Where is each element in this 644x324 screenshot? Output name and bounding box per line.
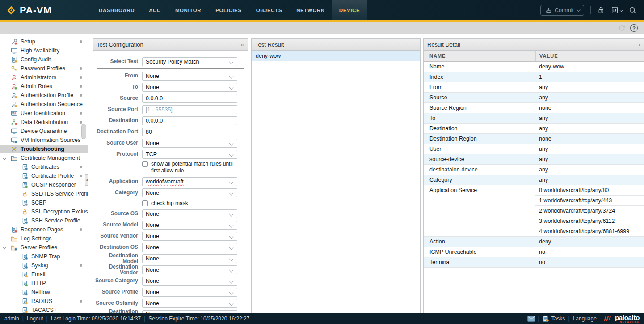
ssl-decryption-exclusion-icon	[21, 209, 29, 215]
category-select[interactable]: None	[142, 188, 237, 197]
form-row-destination-model: Destination ModelNone	[93, 253, 248, 264]
sidebar-item-certificates[interactable]: Certificates	[0, 162, 88, 171]
sidebar-item-ocsp-responder[interactable]: OCSP Responder	[0, 180, 88, 189]
sidebar-item-high-availability[interactable]: High Availability	[0, 46, 88, 55]
source-model-select[interactable]: None	[142, 221, 237, 230]
destination-vendor-select[interactable]: None	[142, 265, 237, 274]
detail-name: ICMP Unreachable	[424, 247, 535, 257]
source-input[interactable]	[142, 94, 237, 103]
nav-tab-acc[interactable]: ACC	[142, 0, 168, 20]
logout-link[interactable]: Logout	[27, 315, 43, 322]
test-result-row-deny-wow[interactable]: deny-wow	[252, 51, 420, 61]
nav-tab-device[interactable]: DEVICE	[332, 0, 367, 20]
application-select[interactable]: worldofwarcraft	[142, 177, 237, 186]
messages-icon[interactable]	[527, 316, 535, 322]
sidebar-item-admin-roles[interactable]: Admin Roles	[0, 82, 88, 91]
sidebar-item-certificate-profile[interactable]: Certificate Profile	[0, 171, 88, 180]
to-label: To	[93, 84, 142, 90]
sidebar-item-vm-information-sources[interactable]: VM Information Sources	[0, 136, 88, 145]
expand-chevron-icon[interactable]	[3, 156, 6, 160]
selected-value: None	[146, 211, 159, 217]
sidebar-scrollbar-thumb[interactable]	[81, 124, 86, 139]
refresh-icon[interactable]	[618, 24, 626, 32]
sidebar-item-tacacs[interactable]: TACACS+	[0, 306, 88, 313]
sidebar-item-device-quarantine[interactable]: Device Quarantine	[0, 127, 88, 136]
detail-value: any	[535, 144, 644, 154]
sidebar-collapse-handle[interactable]: ◄	[85, 174, 88, 186]
form-row-category: CategoryNone	[93, 187, 248, 198]
commit-button[interactable]: Commit	[540, 5, 584, 16]
sidebar-item-authentication-profile[interactable]: Authentication Profile	[0, 91, 88, 100]
help-icon[interactable]: ?	[630, 24, 638, 32]
sidebar-item-administrators[interactable]: Administrators	[0, 73, 88, 82]
search-icon[interactable]	[629, 6, 637, 14]
form-row-check-hip-mask: check hip mask	[93, 198, 248, 208]
lock-open-icon[interactable]	[597, 6, 605, 14]
sidebar-item-netflow[interactable]: Netflow	[0, 288, 88, 297]
sidebar-item-ssl-decryption-exclusion[interactable]: SSL Decryption Exclusion	[0, 207, 88, 216]
item-status-dot	[80, 228, 82, 231]
source-osfamily-select[interactable]: None	[142, 299, 237, 308]
source-os-select[interactable]: None	[142, 209, 237, 218]
tasks-icon[interactable]	[543, 315, 549, 322]
collapse-panel-icon[interactable]: «	[241, 41, 244, 48]
sidebar-item-authentication-sequence[interactable]: Authentication Sequence	[0, 100, 88, 109]
form-row-destination: Destination	[93, 115, 248, 126]
nav-tab-dashboard[interactable]: DASHBOARD	[92, 0, 142, 20]
sidebar-item-ssl-tls-service-profile[interactable]: SSL/TLS Service Profile	[0, 189, 88, 198]
source-port-label: Source Port	[93, 107, 142, 112]
response-pages-icon	[11, 226, 18, 233]
destination-category-select[interactable]: None	[142, 310, 237, 313]
form-row-show-all-potential-match-rules: show all potential match rules until fir…	[93, 160, 248, 176]
source-port-input[interactable]	[142, 105, 237, 114]
nav-tab-policies[interactable]: POLICIES	[208, 0, 248, 20]
select-test-select[interactable]: Security Policy Match	[142, 57, 237, 66]
nav-tab-monitor[interactable]: MONITOR	[168, 0, 208, 20]
sidebar-item-config-audit[interactable]: Config Audit	[0, 55, 88, 64]
sidebar-item-setup[interactable]: Setup	[0, 37, 88, 46]
sidebar-item-troubleshooting[interactable]: Troubleshooting	[0, 145, 88, 153]
to-select[interactable]: None	[142, 83, 237, 92]
form-row-source-model: Source ModelNone	[93, 219, 248, 230]
source-vendor-select[interactable]: None	[142, 232, 237, 241]
expand-chevron-icon[interactable]	[3, 246, 6, 249]
sidebar-item-radius[interactable]: RADIUS	[0, 297, 88, 306]
sidebar-item-user-identification[interactable]: User Identification	[0, 109, 88, 118]
form-row-source-os: Source OSNone	[93, 208, 248, 219]
sidebar-item-syslog[interactable]: Syslog	[0, 261, 88, 270]
sidebar-item-ssh-service-profile[interactable]: SSH Service Profile	[0, 216, 88, 225]
sidebar-item-server-profiles[interactable]: Server Profiles	[0, 243, 88, 252]
sidebar-item-label: User Identification	[21, 110, 65, 116]
form-divider	[97, 68, 244, 69]
source-category-select[interactable]: None	[142, 277, 237, 286]
sidebar-item-password-profiles[interactable]: Password Profiles	[0, 64, 88, 73]
source-user-select[interactable]: None	[142, 139, 237, 148]
sidebar-item-log-settings[interactable]: Log Settings	[0, 234, 88, 243]
sidebar-item-scep[interactable]: SCEP	[0, 198, 88, 207]
sidebar-item-response-pages[interactable]: Response Pages	[0, 225, 88, 234]
protocol-select[interactable]: TCP	[142, 150, 237, 159]
tasks-link[interactable]: Tasks	[551, 315, 565, 322]
certificate-management-icon	[11, 155, 18, 162]
destination-os-select[interactable]: None	[142, 243, 237, 252]
selected-value: None	[146, 256, 159, 262]
nav-tab-objects[interactable]: OBJECTS	[249, 0, 290, 20]
source-profile-select[interactable]: None	[142, 288, 237, 297]
show-all-potential-match-rules-checkbox[interactable]	[142, 161, 148, 167]
sidebar-item-snmp-trap[interactable]: SNMP Trap	[0, 252, 88, 261]
selected-value: None	[146, 233, 159, 239]
language-link[interactable]: Language	[573, 315, 597, 322]
sidebar-item-certificate-management[interactable]: Certificate Management	[0, 153, 88, 162]
destination-input[interactable]	[142, 116, 237, 125]
destination-model-select[interactable]: None	[142, 254, 237, 263]
check-hip-mask-checkbox[interactable]	[142, 200, 148, 206]
sidebar-item-email[interactable]: Email	[0, 270, 88, 279]
sidebar-item-data-redistribution[interactable]: Data Redistribution	[0, 118, 88, 127]
form-row-source-category: Source CategoryNone	[93, 275, 248, 286]
config-save-icon[interactable]	[611, 6, 623, 14]
from-select[interactable]: None	[142, 72, 237, 81]
destination-port-input[interactable]	[142, 128, 237, 136]
nav-tab-network[interactable]: NETWORK	[289, 0, 332, 20]
expand-panel-icon[interactable]: ›	[638, 41, 640, 48]
sidebar-item-http[interactable]: HTTP	[0, 279, 88, 288]
